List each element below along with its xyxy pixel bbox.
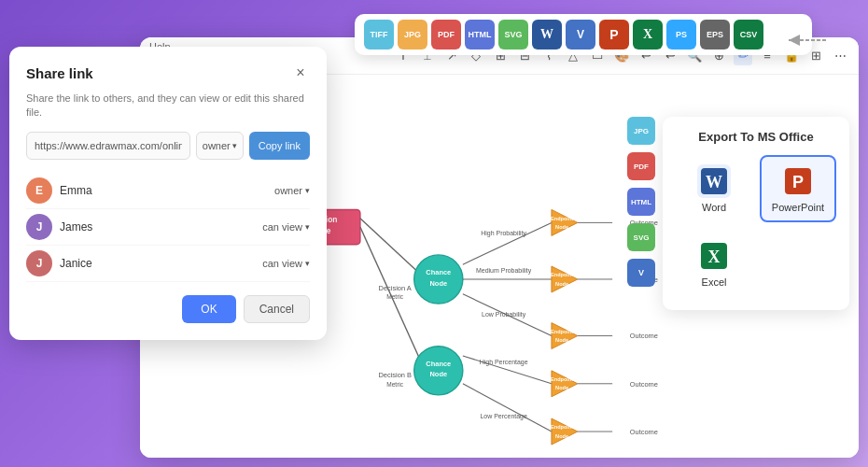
emma-role-select[interactable]: owner ▾ — [274, 185, 310, 196]
svg-text:Outcome: Outcome — [630, 380, 658, 389]
export-excel-item[interactable]: X Excel — [676, 230, 752, 297]
cancel-button[interactable]: Cancel — [244, 295, 310, 323]
svg-text:High Percentage: High Percentage — [480, 359, 528, 366]
small-visio-icon[interactable]: V — [627, 259, 655, 287]
svg-text:Medium Probability: Medium Probability — [476, 267, 532, 275]
link-input[interactable] — [26, 132, 190, 160]
export-toolbar: TIFF JPG PDF HTML SVG W V P X PS EPS CSV — [355, 14, 812, 55]
svg-text:Low Percentage: Low Percentage — [480, 413, 526, 420]
svg-line-16 — [463, 222, 552, 264]
export-word-item[interactable]: W Word — [676, 155, 752, 222]
user-row-janice: J Janice can view ▾ — [26, 246, 310, 282]
svg-text:Chance: Chance — [426, 360, 451, 368]
svg-marker-18 — [552, 209, 578, 235]
share-dialog: Share link × Share the link to others, a… — [9, 47, 327, 340]
user-row-james: J James can view ▾ — [26, 209, 310, 246]
csv-btn[interactable]: CSV — [734, 20, 763, 50]
arrow-indicator — [784, 26, 831, 58]
ps-btn[interactable]: PS — [666, 20, 696, 50]
export-panel: Export To MS Office W Word — [663, 117, 849, 310]
james-name: James — [60, 220, 262, 234]
small-html-icon[interactable]: HTML — [627, 188, 655, 216]
svg-text:Node: Node — [555, 385, 568, 390]
dialog-description: Share the link to others, and they can v… — [26, 92, 310, 120]
svg-text:W: W — [706, 173, 722, 191]
excel-label: Excel — [702, 276, 727, 288]
dialog-header: Share link × — [26, 64, 310, 82]
svg-text:Endpoint: Endpoint — [551, 329, 573, 334]
small-jpg-icon[interactable]: JPG — [627, 117, 655, 145]
svg-text:Node: Node — [555, 433, 568, 439]
export-ppt-item[interactable]: P PowerPoint — [760, 155, 836, 222]
svg-line-44 — [463, 384, 552, 432]
link-row: owner ▾ Copy link — [26, 132, 310, 160]
excel-btn[interactable]: X — [633, 20, 663, 50]
user-row-emma: E Emma owner ▾ — [26, 173, 310, 209]
janice-name: Janice — [60, 257, 262, 270]
copy-link-button[interactable]: Copy link — [249, 132, 310, 160]
svg-text:Node: Node — [555, 224, 568, 230]
janice-role-chevron: ▾ — [305, 259, 310, 268]
svg-text:Endpoint: Endpoint — [551, 216, 573, 221]
pdf-btn[interactable]: PDF — [431, 20, 461, 50]
visio-btn[interactable]: V — [566, 20, 595, 50]
james-role-chevron: ▾ — [305, 222, 310, 232]
jpg-btn[interactable]: JPG — [398, 20, 427, 50]
svg-text:Node: Node — [555, 337, 568, 343]
svg-text:Node: Node — [429, 370, 447, 378]
janice-role-select[interactable]: can view ▾ — [262, 258, 310, 269]
svg-text:X: X — [708, 248, 721, 266]
dialog-close-button[interactable]: × — [291, 64, 310, 82]
svg-text:Decision B: Decision B — [378, 371, 412, 379]
svg-text:Metric: Metric — [386, 381, 403, 388]
word-toolbar-btn[interactable]: W — [532, 20, 562, 50]
export-panel-grid: W Word P PowerPoint — [676, 155, 836, 297]
word-icon: W — [697, 164, 731, 198]
small-svg-icon[interactable]: SVG — [627, 223, 655, 251]
ppt-label: PowerPoint — [772, 202, 824, 213]
eps-btn[interactable]: EPS — [700, 20, 730, 50]
more-tool[interactable]: ⋯ — [831, 47, 849, 65]
svg-text:High Probability: High Probability — [481, 230, 526, 237]
pptx-btn[interactable]: P — [599, 20, 629, 50]
svg-text:Node: Node — [555, 281, 568, 287]
small-icons-col: JPG PDF HTML SVG V — [627, 117, 655, 287]
janice-avatar: J — [26, 250, 52, 276]
export-panel-title: Export To MS Office — [676, 130, 836, 144]
html-btn[interactable]: HTML — [465, 20, 495, 50]
svg-text:Outcome: Outcome — [630, 332, 658, 340]
dialog-title: Share link — [26, 65, 93, 81]
svg-text:Chance: Chance — [426, 268, 451, 276]
small-pdf-icon[interactable]: PDF — [627, 152, 655, 180]
svg-text:Node: Node — [429, 279, 447, 288]
svg-text:Outcome: Outcome — [630, 428, 658, 436]
svg-text:Endpoint: Endpoint — [551, 424, 573, 430]
emma-avatar: E — [26, 177, 52, 204]
owner-chevron: ▾ — [232, 141, 237, 150]
ppt-icon: P — [781, 164, 815, 198]
emma-role-chevron: ▾ — [305, 186, 310, 195]
svg-text:Endpoint: Endpoint — [551, 272, 573, 277]
excel-icon: X — [697, 239, 731, 273]
svg-text:Decision A: Decision A — [379, 284, 412, 292]
james-role-select[interactable]: can view ▾ — [262, 221, 310, 233]
svg-marker-46 — [552, 418, 578, 445]
svg-marker-32 — [552, 323, 578, 349]
dialog-actions: OK Cancel — [26, 295, 310, 323]
svg-text:Metric: Metric — [386, 293, 403, 300]
svg-marker-39 — [552, 371, 578, 397]
svg-text:Endpoint: Endpoint — [551, 376, 573, 382]
svg-text:P: P — [792, 173, 804, 191]
tiff-btn[interactable]: TIFF — [364, 20, 394, 50]
svg-text:Low Probability: Low Probability — [482, 311, 526, 318]
owner-select[interactable]: owner ▾ — [196, 132, 244, 160]
ok-button[interactable]: OK — [182, 295, 235, 323]
svg-marker-25 — [552, 266, 578, 292]
word-label: Word — [702, 202, 726, 213]
emma-name: Emma — [60, 184, 274, 197]
james-avatar: J — [26, 214, 52, 240]
svg-btn[interactable]: SVG — [498, 20, 528, 50]
